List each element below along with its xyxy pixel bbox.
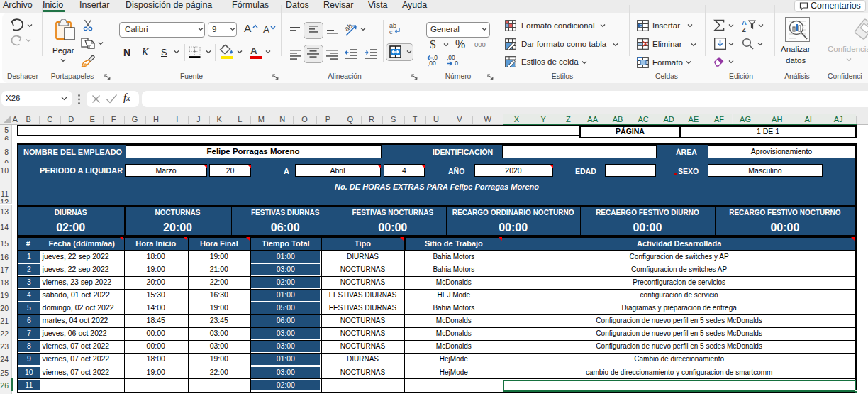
- svg-text:Z: Z: [742, 26, 746, 33]
- svg-text:c: c: [389, 28, 393, 35]
- svg-text:ab: ab: [343, 21, 354, 33]
